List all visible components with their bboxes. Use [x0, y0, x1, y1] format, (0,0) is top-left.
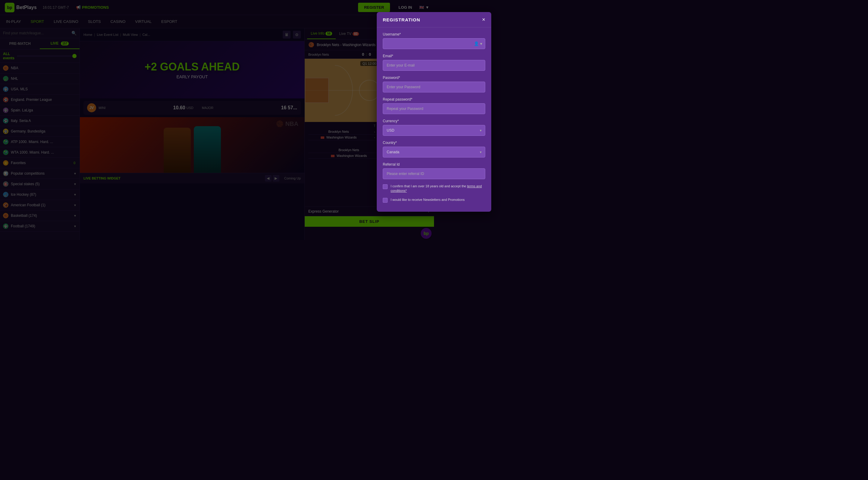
password-group: Password* — [383, 76, 434, 93]
currency-label: Currency* — [383, 119, 434, 123]
password-input[interactable] — [383, 81, 434, 93]
username-input[interactable] — [383, 38, 434, 49]
repeat-password-group: Repeat password* — [383, 97, 434, 114]
referral-label: Referral Id — [383, 162, 434, 167]
email-label: Email* — [383, 54, 434, 58]
currency-select[interactable]: USD EUR GBP — [383, 125, 434, 136]
terms-checkbox[interactable] — [383, 184, 388, 189]
country-group: Country* Canada USA UK — [383, 141, 434, 158]
repeat-password-label: Repeat password* — [383, 97, 434, 101]
modal-header: REGISTRATION × — [377, 12, 434, 27]
modal-overlay[interactable]: REGISTRATION × Username* 👤 ▾ Email* — [0, 0, 434, 240]
country-label: Country* — [383, 141, 434, 145]
currency-select-wrapper: USD EUR GBP — [383, 125, 434, 136]
country-select-wrapper: Canada USA UK — [383, 147, 434, 158]
terms-checkbox-row: I confirm that I am over 18 years old an… — [383, 184, 434, 193]
modal-body: Username* 👤 ▾ Email* Password* — [377, 27, 434, 212]
currency-group: Currency* USD EUR GBP — [383, 119, 434, 136]
newsletter-label: I would like to receive Newsletters and … — [391, 198, 434, 202]
email-input[interactable] — [383, 60, 434, 71]
username-label: Username* — [383, 32, 434, 36]
newsletter-checkbox[interactable] — [383, 198, 388, 203]
country-select[interactable]: Canada USA UK — [383, 147, 434, 158]
terms-link[interactable]: terms and conditions* — [391, 184, 434, 193]
username-input-wrapper: 👤 ▾ — [383, 38, 434, 49]
referral-input[interactable] — [383, 168, 434, 179]
username-group: Username* 👤 ▾ — [383, 32, 434, 49]
terms-label: I confirm that I am over 18 years old an… — [391, 184, 434, 193]
password-label: Password* — [383, 76, 434, 80]
newsletter-checkbox-row: I would like to receive Newsletters and … — [383, 198, 434, 203]
modal-title: REGISTRATION — [383, 17, 420, 22]
referral-group: Referral Id — [383, 162, 434, 179]
email-group: Email* — [383, 54, 434, 71]
registration-modal: REGISTRATION × Username* 👤 ▾ Email* — [377, 12, 434, 212]
repeat-password-input[interactable] — [383, 103, 434, 114]
